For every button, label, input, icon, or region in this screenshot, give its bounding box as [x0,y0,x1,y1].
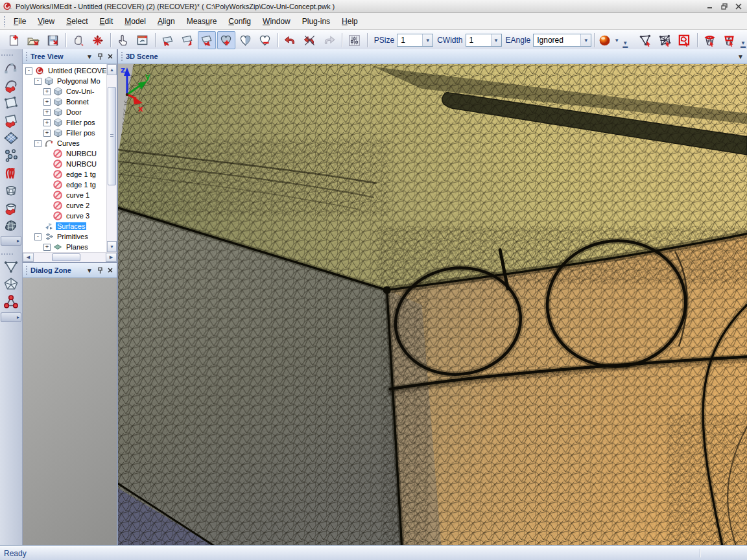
menu-config[interactable]: Config [222,15,257,28]
mesh-cone-red-top-button[interactable] [701,31,719,49]
toolbar-grip-1[interactable] [3,32,3,49]
scene-canvas[interactable]: z y x [118,64,747,546]
segmented-shell-button[interactable] [2,181,20,199]
expand-icon[interactable]: + [43,99,51,106]
open-project-button[interactable] [25,31,43,49]
left-toolbar-grip-1[interactable] [0,53,14,56]
shell-add-button[interactable] [217,31,235,49]
menu-model[interactable]: Model [119,15,152,28]
scroll-right-button[interactable]: ▶ [106,253,117,262]
shell-partial-button[interactable] [237,31,255,49]
tree-item-nurbcu[interactable]: NURBCU [23,148,106,159]
vertical-scroll-thumb[interactable] [108,87,116,185]
scene-header[interactable]: 3D Scene ▼ [118,49,747,64]
tree-item-surfaces[interactable]: Surfaces [23,221,106,231]
mesh-cone-red-frame-button[interactable] [720,31,739,49]
shell-remove-button[interactable] [256,31,274,49]
horizontal-scroll-thumb[interactable] [52,253,80,261]
options-sliders-button[interactable] [346,31,364,49]
tree-view-menu-button[interactable]: ▼ [85,52,94,61]
dialog-zone-close-button[interactable] [106,266,115,275]
tree-item-curve-2[interactable]: curve 2 [23,200,106,211]
dialog-zone-header[interactable]: Dialog Zone ▼ [23,263,117,278]
psize-combo[interactable]: 1▼ [397,34,433,47]
expand-icon[interactable]: + [43,244,51,251]
toolbar-grip-2[interactable] [634,32,635,49]
scene-menu-button[interactable]: ▼ [736,52,745,61]
expand-icon[interactable]: + [43,119,51,126]
menu-plug-ins[interactable]: Plug-ins [296,15,336,28]
new-document-button[interactable] [5,31,23,49]
tree-view-grip[interactable] [25,51,29,62]
redo-button[interactable] [320,31,338,49]
tree-horizontal-scrollbar[interactable]: ◀ ▶ [23,252,117,262]
tree-item-cov-uni[interactable]: +Cov-Uni- [23,86,106,97]
menu-select[interactable]: Select [60,15,93,28]
expand-icon[interactable]: + [43,109,51,116]
plane-arrow-button[interactable] [159,31,177,49]
menu-edit[interactable]: Edit [94,15,119,28]
menu-measure[interactable]: Measure [181,15,223,28]
collapse-icon[interactable]: - [25,67,32,75]
menu-window[interactable]: Window [257,15,296,28]
tree-item-nurbcu[interactable]: NURBCU [23,159,106,169]
undo-all-button[interactable] [301,31,319,49]
mesh-delete-button[interactable] [676,31,694,49]
scroll-down-button[interactable]: ▼ [107,241,117,252]
left-toolbar-grip-2[interactable] [0,252,14,255]
tree-item-door[interactable]: +Door [23,107,106,117]
scene-grip[interactable] [120,51,124,62]
cwidth-combo[interactable]: 1▼ [466,34,502,47]
save-project-button[interactable] [44,31,62,49]
nurbs-loops-button[interactable] [2,164,20,181]
curve-wrench-button[interactable] [2,76,20,94]
render-sphere-button[interactable] [598,31,611,49]
dialog-zone-pin-button[interactable] [95,266,104,275]
plane-quad-button[interactable] [2,94,20,111]
curve-points-button[interactable] [2,59,20,76]
mesh-grid-pick-button[interactable] [656,31,674,49]
combo-dropdown-icon[interactable]: ▼ [422,34,433,46]
expand-icon[interactable]: + [43,88,51,95]
shell-wrench-button[interactable] [2,199,20,216]
twisted-mesh-button[interactable] [2,216,20,234]
menu-file[interactable]: File [8,15,32,28]
eangle-combo[interactable]: Ignored▼ [533,34,591,47]
grid-plane-button[interactable] [2,129,20,146]
dialog-zone-grip[interactable] [25,264,29,276]
undo-button[interactable] [281,31,300,49]
plane-rotate-button[interactable] [178,31,196,49]
menu-grip[interactable] [3,15,6,27]
tree-item-polygonal-mo[interactable]: -Polygonal Mo [23,76,106,86]
sphere-triangle-button[interactable] [2,293,20,310]
tree-item-edge-1-tg[interactable]: edge 1 tg [23,180,106,190]
expand-icon[interactable]: + [43,130,51,137]
pick-finger-button[interactable] [114,31,132,49]
points-cloud-button[interactable] [2,146,20,164]
toolbar-overflow-2[interactable]: ▼▬ [741,31,746,50]
tree-item-curve-1[interactable]: curve 1 [23,190,106,200]
plane-double-arrow-button[interactable] [198,31,216,49]
tree-item-primitives[interactable]: -Primitives [23,231,106,242]
transform-axes-button[interactable] [89,31,107,49]
minimize-button[interactable] [706,3,715,10]
tree-item-filler-pos[interactable]: +Filler pos [23,128,106,138]
tree-item-planes[interactable]: +Planes [23,242,106,252]
toolbar-overflow-1[interactable]: ▼▬ [622,31,628,50]
tree-item-curve-3[interactable]: curve 3 [23,211,106,221]
tree-item-curves[interactable]: -Curves [23,138,106,148]
tree-item-edge-1-tg[interactable]: edge 1 tg [23,169,106,180]
plane-wrench-button[interactable] [2,111,20,129]
menu-help[interactable]: Help [336,15,364,28]
tree-vertical-scrollbar[interactable]: ▲ ▼ [106,64,117,252]
menu-view[interactable]: View [32,15,60,28]
collapse-icon[interactable]: - [34,140,42,147]
restore-button[interactable] [720,3,729,10]
tree-item-untitled-recove[interactable]: -Untitled (RECOVE [23,65,106,76]
window-probe-button[interactable] [134,31,152,49]
menu-align[interactable]: Align [152,15,181,28]
left-toolbar-overflow-1[interactable]: ▸ [1,236,21,246]
scroll-left-button[interactable]: ◀ [23,253,34,262]
collapse-icon[interactable]: - [34,78,42,85]
polyhedron-button[interactable] [2,275,20,293]
